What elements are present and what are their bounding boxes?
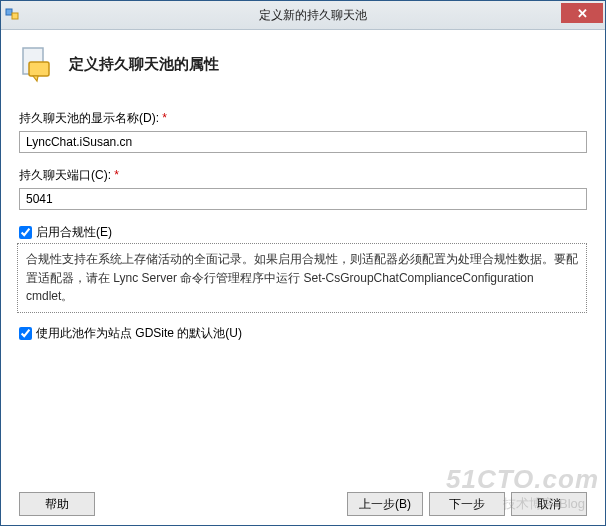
wizard-window: 定义新的持久聊天池 ✕ 定义持久聊天池的属性 持久聊天池的显示名称(D): * …	[0, 0, 606, 526]
required-asterisk: *	[114, 168, 119, 182]
svg-rect-1	[12, 13, 18, 19]
compliance-row: 启用合规性(E)	[19, 224, 587, 241]
close-icon: ✕	[577, 6, 588, 21]
pool-icon	[19, 44, 59, 84]
next-button[interactable]: 下一步	[429, 492, 505, 516]
help-button[interactable]: 帮助	[19, 492, 95, 516]
compliance-checkbox[interactable]	[19, 226, 32, 239]
page-header: 定义持久聊天池的属性	[19, 44, 587, 84]
titlebar: 定义新的持久聊天池 ✕	[1, 1, 605, 30]
close-button[interactable]: ✕	[561, 3, 603, 23]
button-row: 帮助 上一步(B) 下一步 取消	[19, 482, 587, 516]
back-button[interactable]: 上一步(B)	[347, 492, 423, 516]
required-asterisk: *	[162, 111, 167, 125]
cancel-button[interactable]: 取消	[511, 492, 587, 516]
wizard-body: 定义持久聊天池的属性 持久聊天池的显示名称(D): * 持久聊天端口(C): *…	[1, 30, 605, 526]
port-label: 持久聊天端口(C): *	[19, 167, 587, 184]
display-name-label: 持久聊天池的显示名称(D): *	[19, 110, 587, 127]
compliance-description: 合规性支持在系统上存储活动的全面记录。如果启用合规性，则适配器必须配置为处理合规…	[17, 243, 587, 313]
page-title: 定义持久聊天池的属性	[69, 55, 219, 74]
default-pool-checkbox[interactable]	[19, 327, 32, 340]
svg-rect-3	[29, 62, 49, 76]
default-pool-row: 使用此池作为站点 GDSite 的默认池(U)	[19, 325, 587, 342]
svg-rect-0	[6, 9, 12, 15]
port-input[interactable]	[19, 188, 587, 210]
window-title: 定义新的持久聊天池	[21, 7, 605, 24]
default-pool-label[interactable]: 使用此池作为站点 GDSite 的默认池(U)	[36, 325, 242, 342]
compliance-label[interactable]: 启用合规性(E)	[36, 224, 112, 241]
app-icon	[5, 7, 21, 23]
display-name-input[interactable]	[19, 131, 587, 153]
